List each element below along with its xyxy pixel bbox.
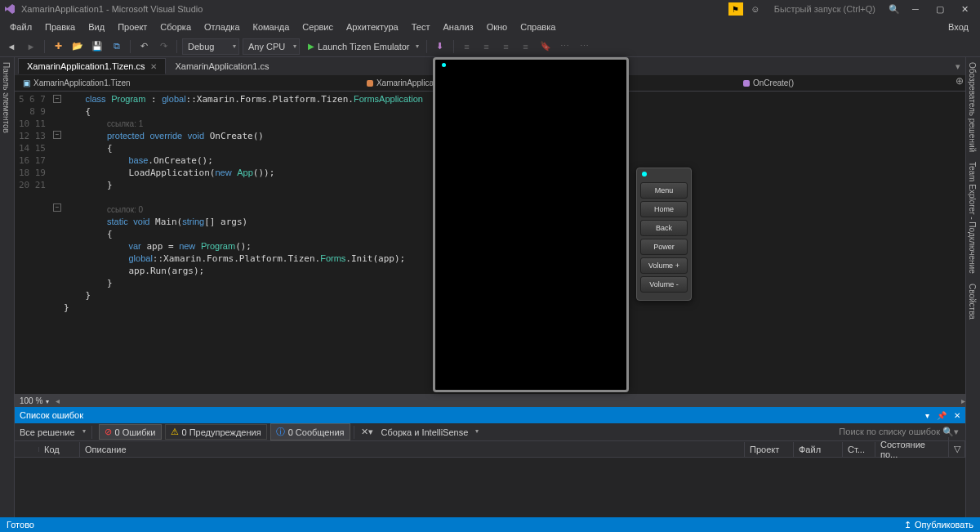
filter-icon[interactable]: ✕▾	[358, 427, 376, 437]
bookmark-icon[interactable]: 🔖	[537, 38, 554, 55]
restore-button[interactable]: ▢	[928, 1, 952, 17]
menu-tools[interactable]: Сервис	[296, 20, 340, 34]
quick-launch-input[interactable]: Быстрый запуск (Ctrl+Q)	[774, 4, 875, 14]
feedback-icon[interactable]: ☺	[748, 2, 763, 16]
minimize-button[interactable]: ─	[903, 1, 928, 17]
run-label: Launch Tizen Emulator	[318, 42, 410, 51]
fold-gutter: − − −	[51, 92, 64, 407]
error-list-columns: Код Описание Проект Файл Ст... Состояние…	[15, 441, 965, 458]
add-tab-button[interactable]: ⊕	[956, 75, 964, 87]
menu-help[interactable]: Справка	[514, 20, 562, 34]
menu-project[interactable]: Проект	[111, 20, 154, 34]
open-file-button[interactable]: 📂	[69, 38, 86, 55]
emu-home-button[interactable]: Home	[640, 201, 688, 217]
menu-test[interactable]: Тест	[405, 20, 437, 34]
zoom-dropdown[interactable]: 100 %	[20, 396, 49, 405]
properties-tab[interactable]: Свойства	[966, 279, 978, 324]
col-icon[interactable]	[15, 447, 39, 452]
nav-back-button[interactable]: ◄	[3, 38, 20, 55]
emu-volup-button[interactable]: Volume +	[640, 257, 688, 274]
hscroll-left[interactable]: ◂	[56, 396, 60, 405]
toolbox-icon-2[interactable]: ≡	[479, 38, 495, 55]
save-button[interactable]: 💾	[89, 38, 105, 55]
warnings-filter-button[interactable]: ⚠0 Предупреждения	[165, 424, 267, 440]
col-project[interactable]: Проект	[745, 442, 794, 457]
error-list-toolbar: Все решение ⊘0 Ошибки ⚠0 Предупреждения …	[15, 423, 965, 441]
fold-toggle[interactable]: −	[53, 95, 61, 103]
col-file[interactable]: Файл	[794, 442, 843, 457]
col-filter-icon[interactable]: ▽	[949, 441, 965, 457]
class-icon	[367, 80, 373, 87]
col-desc[interactable]: Описание	[80, 442, 745, 457]
nav-fwd-button[interactable]: ►	[23, 38, 39, 55]
nav-member-dropdown[interactable]: OnCreate()	[735, 77, 802, 89]
sign-in-button[interactable]: Вход	[940, 20, 977, 34]
undo-button[interactable]: ↶	[136, 38, 152, 55]
left-panel-tabwell: Панель элементов	[0, 57, 15, 517]
menu-analyze[interactable]: Анализ	[436, 20, 479, 34]
menu-window[interactable]: Окно	[480, 20, 514, 34]
panel-pin-icon[interactable]: 📌	[937, 411, 947, 420]
menu-view[interactable]: Вид	[82, 20, 111, 34]
menu-architecture[interactable]: Архитектура	[340, 20, 405, 34]
error-list-panel: Список ошибок ▾ 📌 ✕ Все решение ⊘0 Ошибк…	[15, 407, 965, 517]
menu-build[interactable]: Сборка	[154, 20, 198, 34]
toolbox-icon-4[interactable]: ≡	[518, 38, 534, 55]
step-icon[interactable]: ⬇	[432, 38, 448, 55]
status-bar: Готово ↥Опубликовать	[0, 517, 980, 532]
config-dropdown[interactable]: Debug	[182, 38, 239, 55]
platform-dropdown[interactable]: Any CPU	[243, 38, 300, 55]
emulator-control-panel[interactable]: Menu Home Back Power Volume + Volume -	[636, 168, 692, 301]
tizen-emulator-window[interactable]	[433, 57, 629, 392]
menu-team[interactable]: Команда	[247, 20, 296, 34]
tab-overflow-dropdown[interactable]: ▾	[951, 59, 965, 74]
nav-project-dropdown[interactable]: ▣XamarinApplication1.Tizen	[15, 77, 139, 89]
toolbox-panel-tab[interactable]: Панель элементов	[0, 57, 12, 138]
build-intellisense-dropdown[interactable]: Сборка и IntelliSense	[376, 425, 482, 440]
fold-toggle[interactable]: −	[53, 131, 61, 139]
error-list-header: Список ошибок ▾ 📌 ✕	[15, 407, 965, 423]
warning-icon: ⚠	[171, 427, 179, 437]
editor-footer: 100 % ◂ ▸	[15, 394, 965, 407]
toolbox-icon-3[interactable]: ≡	[498, 38, 514, 55]
menu-file[interactable]: Файл	[3, 20, 38, 34]
publish-button[interactable]: ↥Опубликовать	[904, 520, 973, 530]
emu-voldown-button[interactable]: Volume -	[640, 276, 688, 293]
toolbox-icon-5[interactable]: ⋯	[557, 38, 573, 55]
error-list-body[interactable]	[15, 458, 965, 517]
csharp-project-icon: ▣	[23, 78, 30, 87]
redo-button[interactable]: ↷	[155, 38, 172, 55]
emu-back-button[interactable]: Back	[640, 220, 688, 236]
errors-filter-button[interactable]: ⊘0 Ошибки	[99, 424, 162, 440]
emu-power-button[interactable]: Power	[640, 239, 688, 255]
emu-menu-button[interactable]: Menu	[640, 182, 688, 199]
new-project-button[interactable]: ✚	[50, 38, 66, 55]
toolbox-icon-1[interactable]: ≡	[459, 38, 475, 55]
doc-tab-app-cs[interactable]: XamarinApplication1.cs	[167, 58, 278, 74]
menu-debug[interactable]: Отладка	[198, 20, 246, 34]
doc-tab-tizen-cs[interactable]: XamarinApplication1.Tizen.cs✕	[18, 58, 166, 74]
close-button[interactable]: ✕	[952, 1, 977, 17]
search-icon[interactable]: 🔍	[887, 2, 902, 16]
toolbox-icon-6[interactable]: ⋯	[577, 38, 593, 55]
messages-filter-button[interactable]: ⓘ0 Сообщения	[270, 423, 350, 440]
panel-dropdown-icon[interactable]: ▾	[925, 411, 929, 420]
run-debug-button[interactable]: ▶Launch Tizen Emulator	[303, 41, 421, 52]
notification-flag-icon[interactable]: ⚑	[728, 2, 743, 16]
save-all-button[interactable]: ⧉	[109, 38, 125, 55]
close-icon[interactable]: ✕	[150, 62, 157, 71]
error-scope-dropdown[interactable]: Все решение	[15, 425, 88, 440]
error-icon: ⊘	[105, 427, 112, 437]
hscroll-right[interactable]: ▸	[961, 396, 965, 405]
line-gutter: 5 6 7 8 9 10 11 12 13 14 15 16 17 18 19 …	[15, 92, 51, 407]
doc-tab-label: XamarinApplication1.cs	[176, 61, 270, 71]
col-line[interactable]: Ст...	[843, 442, 875, 457]
info-icon: ⓘ	[276, 426, 285, 438]
solution-explorer-tab[interactable]: Обозреватель решений	[966, 57, 978, 157]
fold-toggle[interactable]: −	[53, 203, 61, 212]
panel-close-icon[interactable]: ✕	[954, 411, 960, 420]
col-code[interactable]: Код	[39, 442, 80, 457]
main-toolbar: ◄ ► ✚ 📂 💾 ⧉ ↶ ↷ Debug Any CPU ▶Launch Ti…	[0, 36, 980, 57]
menu-edit[interactable]: Правка	[38, 20, 82, 34]
team-explorer-tab[interactable]: Team Explorer - Подключение	[966, 157, 978, 279]
